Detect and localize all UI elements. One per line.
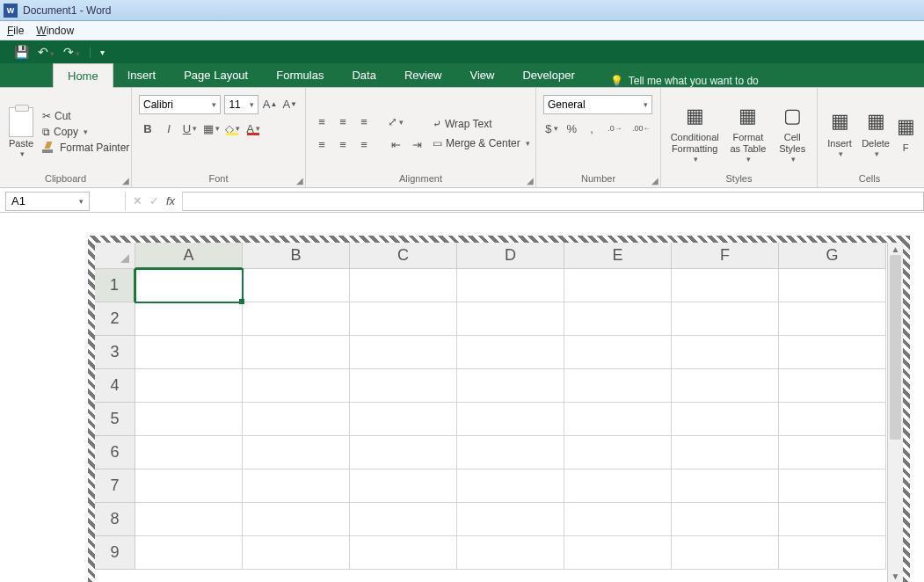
scroll-up-arrow-icon[interactable]: ▲ xyxy=(888,243,903,255)
cell-D5[interactable] xyxy=(457,403,564,436)
row-header-6[interactable]: 6 xyxy=(95,436,135,469)
cell-E1[interactable] xyxy=(564,269,672,302)
currency-button[interactable]: $▾ xyxy=(543,120,560,137)
dialog-launcher-icon[interactable]: ◢ xyxy=(296,176,303,186)
align-middle-icon[interactable]: ≡ xyxy=(334,113,352,131)
dialog-launcher-icon[interactable]: ◢ xyxy=(651,176,658,186)
cell-G1[interactable] xyxy=(779,269,886,302)
format-cells-button[interactable]: ▦ F xyxy=(897,91,914,171)
cell-A3[interactable] xyxy=(135,336,243,369)
cell-B5[interactable] xyxy=(243,403,350,436)
vertical-scrollbar[interactable]: ▲ ▼ xyxy=(887,243,903,582)
scroll-thumb[interactable] xyxy=(890,255,901,440)
cell-A7[interactable] xyxy=(135,469,243,503)
decrease-font-icon[interactable]: A▼ xyxy=(281,95,298,113)
col-header-a[interactable]: A xyxy=(135,243,243,269)
cell-G5[interactable] xyxy=(779,403,886,436)
tab-review[interactable]: Review xyxy=(390,63,456,87)
cell-G3[interactable] xyxy=(779,336,886,369)
bold-button[interactable]: B xyxy=(139,120,156,137)
cell-C5[interactable] xyxy=(350,403,457,436)
cell-A5[interactable] xyxy=(135,403,243,436)
cell-G8[interactable] xyxy=(779,503,886,536)
menu-file[interactable]: File xyxy=(7,25,24,37)
cell-B7[interactable] xyxy=(243,469,350,503)
number-format-combo[interactable]: General▾ xyxy=(543,95,652,114)
conditional-formatting-button[interactable]: ▦ Conditional Formatting▾ xyxy=(668,91,721,171)
col-header-c[interactable]: C xyxy=(350,243,457,269)
cell-F5[interactable] xyxy=(672,403,779,436)
cell-F3[interactable] xyxy=(672,336,779,369)
cell-C1[interactable] xyxy=(350,269,457,302)
increase-indent-icon[interactable]: ⇥ xyxy=(408,136,426,154)
cell-B3[interactable] xyxy=(243,336,350,369)
tell-me[interactable]: 💡 Tell me what you want to do xyxy=(589,75,759,87)
format-painter-button[interactable]: Format Painter xyxy=(40,141,131,155)
cell-F1[interactable] xyxy=(672,269,779,302)
tab-page-layout[interactable]: Page Layout xyxy=(170,63,262,87)
cell-E6[interactable] xyxy=(564,436,672,469)
align-bottom-icon[interactable]: ≡ xyxy=(355,113,373,131)
row-header-1[interactable]: 1 xyxy=(95,269,135,302)
percent-button[interactable]: % xyxy=(564,120,580,137)
cell-A4[interactable] xyxy=(135,369,243,403)
cell-A9[interactable] xyxy=(135,536,243,570)
cell-E7[interactable] xyxy=(564,469,672,503)
cell-C4[interactable] xyxy=(350,369,457,403)
align-top-icon[interactable]: ≡ xyxy=(313,113,331,131)
font-color-button[interactable]: A▾ xyxy=(244,120,262,137)
qat-customize-icon[interactable]: ▾ xyxy=(100,47,105,57)
row-header-9[interactable]: 9 xyxy=(95,536,135,570)
cell-styles-button[interactable]: ▢ Cell Styles▾ xyxy=(775,91,810,171)
cell-E9[interactable] xyxy=(564,536,672,570)
tab-home[interactable]: Home xyxy=(53,63,113,88)
insert-cells-button[interactable]: ▦ Insert▾ xyxy=(825,91,855,171)
cell-D4[interactable] xyxy=(457,369,564,403)
menu-window[interactable]: Window xyxy=(36,25,74,37)
tab-view[interactable]: View xyxy=(456,63,509,87)
cell-C8[interactable] xyxy=(350,503,457,536)
underline-button[interactable]: U▾ xyxy=(181,120,199,137)
align-right-icon[interactable]: ≡ xyxy=(355,136,373,154)
tab-insert[interactable]: Insert xyxy=(113,63,171,87)
cell-D3[interactable] xyxy=(457,336,564,369)
cell-G6[interactable] xyxy=(779,436,886,469)
cell-A2[interactable] xyxy=(135,302,243,336)
orientation-icon[interactable]: ⤢▾ xyxy=(387,113,404,131)
paste-button[interactable]: Paste ▾ xyxy=(7,91,35,171)
cell-F9[interactable] xyxy=(672,536,779,570)
undo-icon[interactable]: ↶▾ xyxy=(38,45,55,59)
cell-D8[interactable] xyxy=(457,503,564,536)
row-header-4[interactable]: 4 xyxy=(95,369,135,403)
cell-E4[interactable] xyxy=(564,369,672,403)
align-center-icon[interactable]: ≡ xyxy=(334,136,352,154)
cell-F8[interactable] xyxy=(672,503,779,536)
tab-developer[interactable]: Developer xyxy=(508,63,588,87)
cell-C6[interactable] xyxy=(350,436,457,469)
cell-D6[interactable] xyxy=(457,436,564,469)
redo-icon[interactable]: ↷▾ xyxy=(63,45,80,59)
cell-C2[interactable] xyxy=(350,302,457,336)
cell-G7[interactable] xyxy=(779,469,886,503)
cell-G9[interactable] xyxy=(779,536,886,570)
row-header-5[interactable]: 5 xyxy=(95,403,135,436)
cell-B2[interactable] xyxy=(243,302,350,336)
tab-formulas[interactable]: Formulas xyxy=(262,63,338,87)
align-left-icon[interactable]: ≡ xyxy=(313,136,331,154)
scroll-down-arrow-icon[interactable]: ▼ xyxy=(888,570,903,582)
cell-C7[interactable] xyxy=(350,469,457,503)
formula-input[interactable] xyxy=(183,192,924,211)
cell-F4[interactable] xyxy=(672,369,779,403)
font-name-combo[interactable]: Calibri▾ xyxy=(139,95,221,114)
decrease-indent-icon[interactable]: ⇤ xyxy=(387,136,404,154)
col-header-f[interactable]: F xyxy=(672,243,779,269)
border-button[interactable]: ▦▾ xyxy=(202,120,220,137)
row-header-2[interactable]: 2 xyxy=(95,302,135,336)
cell-F7[interactable] xyxy=(672,469,779,503)
cell-C9[interactable] xyxy=(350,536,457,570)
row-header-3[interactable]: 3 xyxy=(95,336,135,369)
cell-A6[interactable] xyxy=(135,436,243,469)
increase-decimal-button[interactable]: .0→ xyxy=(603,120,626,137)
cell-F6[interactable] xyxy=(672,436,779,469)
cell-E8[interactable] xyxy=(564,503,672,536)
